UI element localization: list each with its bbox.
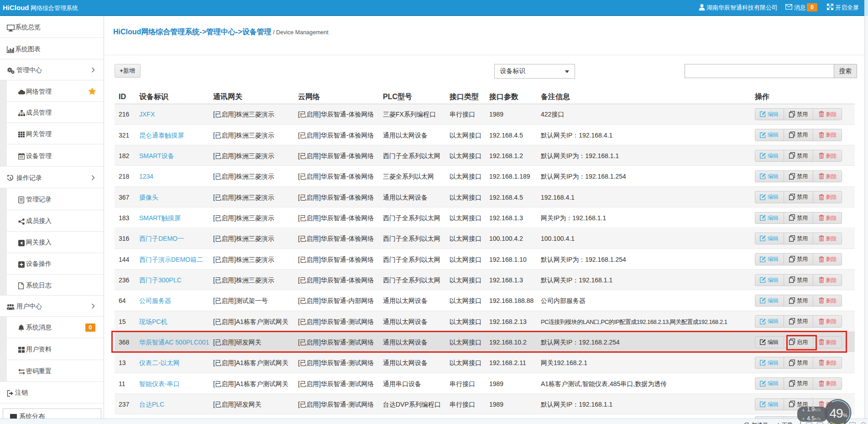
svg-text:%: %: [843, 413, 847, 418]
svg-text:49: 49: [830, 406, 843, 420]
